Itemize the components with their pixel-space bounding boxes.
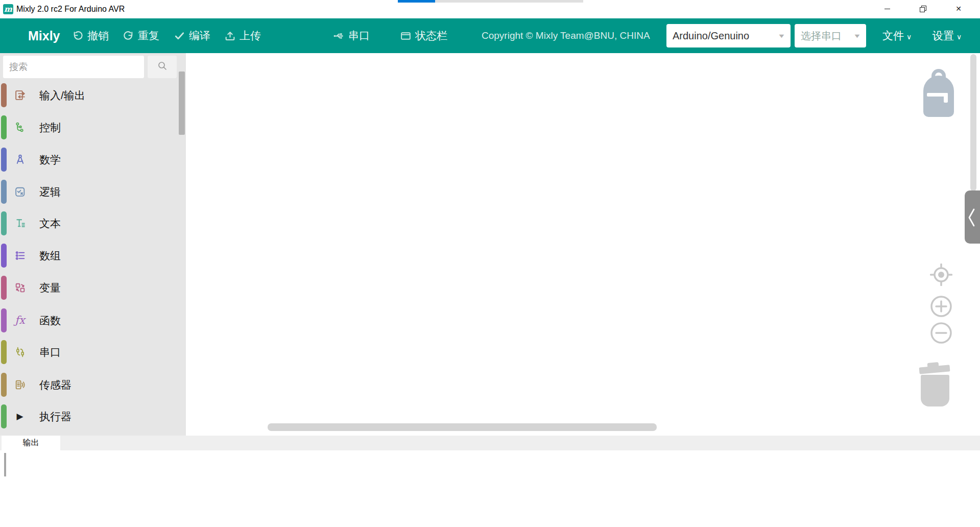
mixly-logo-icon: m	[3, 4, 13, 14]
category-label: 控制	[39, 121, 61, 135]
sidebar-item-variable[interactable]: 变量	[0, 272, 178, 304]
sidebar-item-function[interactable]: ƒx 函数	[0, 304, 178, 337]
panel-collapse-handle[interactable]	[965, 190, 980, 244]
output-tabbar: 输出	[0, 436, 980, 450]
expand-triangle-icon: ▶	[13, 410, 27, 423]
search-button[interactable]	[148, 56, 177, 78]
brand-label: Mixly	[28, 18, 60, 53]
progress-bar	[398, 0, 583, 3]
undo-button[interactable]: 撤销	[72, 18, 109, 53]
category-label: 数学	[39, 153, 61, 167]
button-label: 撤销	[87, 29, 109, 43]
workspace-canvas[interactable]	[186, 53, 980, 436]
serial-plug-icon	[13, 346, 27, 359]
sidebar-item-serial[interactable]: 串口	[0, 336, 178, 368]
menu-label: 文件	[882, 29, 904, 43]
sidebar-item-control[interactable]: 控制	[0, 111, 178, 143]
main-toolbar: Mixly 撤销 重复 编译	[0, 18, 980, 53]
category-color-bar	[1, 276, 7, 300]
category-label: 逻辑	[39, 185, 61, 199]
horizontal-scrollbar[interactable]	[268, 423, 657, 431]
vertical-scrollbar[interactable]	[970, 54, 976, 191]
category-color-bar	[1, 373, 7, 397]
titlebar: m Mixly 2.0 rc2 For Arduino AVR ✕	[0, 0, 980, 18]
sidebar-item-math[interactable]: 数学	[0, 143, 178, 176]
category-color-bar	[1, 115, 7, 139]
category-label: 执行器	[39, 410, 71, 424]
button-label: 编译	[189, 29, 210, 43]
undo-icon	[72, 30, 84, 42]
zoom-out-button[interactable]	[930, 322, 952, 346]
category-label: 函数	[39, 314, 61, 328]
category-color-bar	[1, 180, 7, 204]
category-label: 输入/输出	[39, 88, 85, 103]
settings-menu[interactable]: 设置 ∨	[933, 18, 962, 53]
zoom-in-button[interactable]	[930, 295, 952, 320]
compile-button[interactable]: 编译	[174, 18, 210, 53]
category-color-bar	[1, 83, 7, 107]
serial-usb-icon	[333, 30, 345, 42]
category-label: 数组	[39, 249, 61, 263]
sidebar-item-sensor[interactable]: 传感器	[0, 369, 178, 401]
board-selector-value: Arduino/Genuino	[673, 30, 749, 42]
text-icon	[13, 217, 27, 230]
upload-button[interactable]: 上传	[224, 18, 261, 53]
sidebar-item-actuator[interactable]: ▶ 执行器	[0, 400, 178, 433]
backpack-zipper-notch	[944, 93, 948, 103]
trash-button[interactable]	[921, 375, 949, 406]
serial-button[interactable]: 串口	[333, 18, 370, 53]
sidebar-item-logic[interactable]: 逻辑	[0, 176, 178, 208]
chevron-left-icon	[966, 207, 977, 228]
crosshair-icon	[930, 264, 952, 286]
category-color-bar	[1, 148, 7, 172]
function-fx-icon: ƒx	[13, 314, 27, 327]
output-scrollbar	[4, 453, 6, 476]
close-icon: ✕	[955, 5, 962, 12]
category-label: 变量	[39, 281, 61, 295]
logic-check-x-icon	[13, 185, 27, 199]
control-branch-icon	[13, 121, 27, 134]
search-icon	[157, 61, 168, 73]
button-label: 串口	[348, 29, 370, 43]
sidebar-item-io[interactable]: 输入/输出	[0, 79, 178, 111]
center-view-button[interactable]	[930, 264, 952, 288]
sidebar-item-text[interactable]: 文本	[0, 207, 178, 239]
minus-icon	[930, 322, 952, 344]
tab-output[interactable]: 输出	[2, 436, 60, 450]
sidebar-scrollbar[interactable]	[179, 71, 185, 135]
board-selector[interactable]: Arduino/Genuino ▼	[666, 24, 791, 47]
restore-icon	[920, 6, 926, 12]
upload-icon	[224, 30, 236, 42]
chevron-down-icon: ∨	[957, 33, 962, 41]
port-selector-placeholder: 选择串口	[801, 29, 842, 43]
math-compass-icon	[13, 153, 27, 166]
category-color-bar	[1, 308, 7, 332]
variable-swap-icon	[13, 281, 27, 295]
sidebar-item-array[interactable]: 数组	[0, 239, 178, 272]
redo-button[interactable]: 重复	[123, 18, 159, 53]
category-color-bar	[1, 340, 7, 364]
redo-icon	[123, 30, 134, 42]
window-title: Mixly 2.0 rc2 For Arduino AVR	[16, 0, 125, 18]
mixly-app-window: m Mixly 2.0 rc2 For Arduino AVR ✕ Mixly …	[0, 0, 980, 527]
sensor-wave-icon	[13, 378, 27, 392]
output-panel	[0, 450, 980, 527]
chevron-down-icon: ∨	[906, 33, 912, 41]
button-label: 重复	[138, 29, 159, 43]
compile-check-icon	[174, 30, 185, 42]
chevron-down-icon: ▼	[853, 33, 861, 39]
minimize-button[interactable]	[875, 0, 899, 17]
file-menu[interactable]: 文件 ∨	[882, 18, 912, 53]
restore-button[interactable]	[911, 0, 935, 17]
minimize-icon	[885, 9, 890, 9]
close-button[interactable]: ✕	[947, 0, 970, 17]
tab-output-label: 输出	[23, 438, 39, 448]
port-selector[interactable]: 选择串口 ▼	[795, 24, 866, 47]
category-color-bar	[1, 404, 7, 428]
category-label: 串口	[39, 345, 61, 360]
blocks-sidebar: 输入/输出 控制 数学	[0, 53, 186, 436]
array-list-icon	[13, 249, 27, 262]
statusbar-button[interactable]: 状态栏	[400, 18, 447, 53]
search-input[interactable]	[3, 56, 144, 78]
plus-icon	[930, 295, 952, 318]
